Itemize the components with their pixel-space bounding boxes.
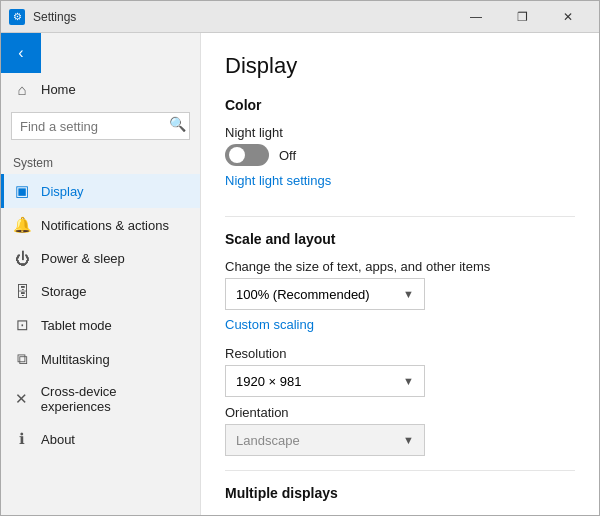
scale-dropdown-chevron: ▼: [403, 288, 414, 300]
multiple-displays-section: Multiple displays Older displays might n…: [225, 485, 575, 515]
title-bar: ⚙ Settings — ❐ ✕: [1, 1, 599, 33]
sidebar: ‹ ⌂ Home 🔍 System ▣ Display 🔔 Notificat: [1, 33, 201, 515]
sidebar-item-multitasking[interactable]: ⧉ Multitasking: [1, 342, 200, 376]
night-light-label: Night light: [225, 125, 575, 140]
search-input[interactable]: [11, 112, 190, 140]
resolution-dropdown-value: 1920 × 981: [236, 374, 301, 389]
power-label: Power & sleep: [41, 251, 125, 266]
crossdevice-label: Cross-device experiences: [41, 384, 188, 414]
sidebar-item-power[interactable]: ⏻ Power & sleep: [1, 242, 200, 275]
orientation-dropdown-value: Landscape: [236, 433, 300, 448]
multiple-displays-title: Multiple displays: [225, 485, 575, 501]
sidebar-item-home[interactable]: ⌂ Home: [1, 73, 200, 106]
night-light-toggle-row: Off: [225, 144, 575, 166]
display-label: Display: [41, 184, 84, 199]
search-icon-button[interactable]: 🔍: [169, 116, 186, 132]
change-size-label: Change the size of text, apps, and other…: [225, 259, 575, 274]
minimize-button[interactable]: —: [453, 1, 499, 33]
custom-scaling-link[interactable]: Custom scaling: [225, 317, 314, 332]
display-icon: ▣: [13, 182, 31, 200]
toggle-state-label: Off: [279, 148, 296, 163]
content-area: ‹ ⌂ Home 🔍 System ▣ Display 🔔 Notificat: [1, 33, 599, 515]
sidebar-item-crossdevice[interactable]: ✕ Cross-device experiences: [1, 376, 200, 422]
sidebar-item-notifications[interactable]: 🔔 Notifications & actions: [1, 208, 200, 242]
scale-section: Scale and layout Change the size of text…: [225, 231, 575, 456]
storage-label: Storage: [41, 284, 87, 299]
maximize-button[interactable]: ❐: [499, 1, 545, 33]
scale-dropdown[interactable]: 100% (Recommended) ▼: [225, 278, 425, 310]
color-section-title: Color: [225, 97, 575, 113]
notifications-label: Notifications & actions: [41, 218, 169, 233]
about-icon: ℹ: [13, 430, 31, 448]
sidebar-item-display[interactable]: ▣ Display: [1, 174, 200, 208]
crossdevice-icon: ✕: [13, 390, 31, 408]
notifications-icon: 🔔: [13, 216, 31, 234]
sidebar-header: ‹: [1, 33, 200, 73]
scale-dropdown-value: 100% (Recommended): [236, 287, 370, 302]
power-icon: ⏻: [13, 250, 31, 267]
multiple-displays-description: Older displays might not always connect …: [225, 513, 575, 515]
back-button[interactable]: ‹: [1, 33, 41, 73]
sidebar-item-tablet[interactable]: ⊡ Tablet mode: [1, 308, 200, 342]
orientation-dropdown: Landscape ▼: [225, 424, 425, 456]
search-box: 🔍: [11, 112, 190, 140]
tablet-icon: ⊡: [13, 316, 31, 334]
tablet-label: Tablet mode: [41, 318, 112, 333]
section-label: System: [1, 146, 200, 174]
multitasking-icon: ⧉: [13, 350, 31, 368]
multitasking-label: Multitasking: [41, 352, 110, 367]
resolution-dropdown-chevron: ▼: [403, 375, 414, 387]
resolution-label: Resolution: [225, 346, 575, 361]
sidebar-item-storage[interactable]: 🗄 Storage: [1, 275, 200, 308]
color-section: Color Night light Off Night light settin…: [225, 97, 575, 202]
page-title: Display: [225, 53, 575, 79]
resolution-dropdown[interactable]: 1920 × 981 ▼: [225, 365, 425, 397]
divider-2: [225, 470, 575, 471]
divider-1: [225, 216, 575, 217]
window-title: Settings: [33, 10, 453, 24]
scale-section-title: Scale and layout: [225, 231, 575, 247]
about-label: About: [41, 432, 75, 447]
orientation-label: Orientation: [225, 405, 575, 420]
close-button[interactable]: ✕: [545, 1, 591, 33]
storage-icon: 🗄: [13, 283, 31, 300]
settings-window: ⚙ Settings — ❐ ✕ ‹ ⌂ Home 🔍 System: [0, 0, 600, 516]
home-label: Home: [41, 82, 76, 97]
app-icon: ⚙: [9, 9, 25, 25]
main-content: Display Color Night light Off Night ligh…: [201, 33, 599, 515]
home-icon: ⌂: [13, 81, 31, 98]
window-controls: — ❐ ✕: [453, 1, 591, 33]
orientation-dropdown-chevron: ▼: [403, 434, 414, 446]
night-light-toggle[interactable]: [225, 144, 269, 166]
toggle-thumb: [229, 147, 245, 163]
sidebar-item-about[interactable]: ℹ About: [1, 422, 200, 456]
night-light-settings-link[interactable]: Night light settings: [225, 173, 331, 188]
